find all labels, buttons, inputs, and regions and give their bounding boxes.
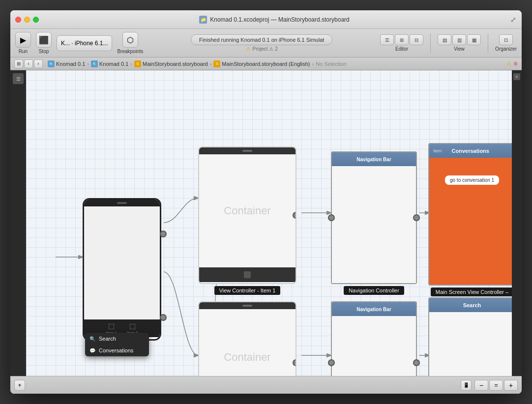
right-sidebar-toggle[interactable]: ≡ [513,73,520,80]
notification-pill: Finished running Knomad 0.1 on iPhone 6.… [191,34,332,45]
conversations-list-icon: 💬 [89,347,96,354]
breadcrumb-file: MainStoryboard.storyboard [143,61,208,67]
device-content [84,206,160,319]
run-button[interactable]: ▶ Run [15,32,31,54]
storyboard-icon: S [134,60,141,67]
assistant-editor-btn[interactable]: ⊞ [395,34,409,45]
zoom-control: − = + [474,380,518,391]
container2-connector [293,359,296,366]
project-warnings: Project ⚠ 2 [253,46,278,52]
bottom-toolbar: + 📱 − = + [10,376,522,394]
breakpoints-button[interactable]: ⬡ Breakpoints [117,32,143,54]
container1-connector [293,212,296,219]
storyboard-canvas[interactable]: ⬚ Item 1 ⬚ Item 2 Tab Bar Controller [26,70,512,376]
library-item-conversations[interactable]: 💬 Conversations [85,345,149,356]
group-icon: K [91,60,98,67]
maximize-button[interactable] [33,17,39,23]
toolbar-divider-2 [488,33,488,53]
scheme-label: K... · iPhone 6.1... [61,40,108,47]
nav-controller-2[interactable]: Navigation Bar Navigation Controller [331,301,417,376]
warning-triangle: ⚠ [506,60,511,67]
warning-icon: ⚠ [246,46,251,52]
organizer-btn[interactable]: ⊡ [499,34,513,45]
library-item-search[interactable]: 🔍 Search [85,333,149,345]
main-screen-label: Main Screen View Controller – [431,288,512,296]
view-controls: ▤ ▥ ▦ View [438,34,481,52]
item-label: Item [433,148,442,153]
breadcrumb-project: Knomad 0.1 [56,61,85,67]
conversations-title: Conversations [442,148,499,154]
traffic-lights [15,17,39,23]
breakpoints-icon: ⬡ [122,32,138,48]
right-sidebar: ≡ [512,70,522,376]
nav-grid-btn[interactable]: ⊞ [14,59,23,68]
scheme-selector[interactable]: K... · iPhone 6.1... [57,35,112,51]
breadcrumb: ⊞ ‹ › K Knomad 0.1 › K Knomad 0.1 › S Ma… [10,58,522,70]
nav1-left-connector [328,214,335,221]
container-label-2: Container [224,351,270,364]
breadcrumb-nav: ⊞ ‹ › [14,59,43,68]
add-object-btn[interactable]: + [14,380,25,391]
device-statusbar [84,200,160,206]
zoom-out-btn[interactable]: − [474,380,488,391]
fullscreen-button[interactable]: ⤢ [510,16,517,23]
breadcrumb-sep-2: › [130,61,132,67]
breadcrumb-item-group: K Knomad 0.1 [91,60,128,67]
library-item-search-label: Search [99,336,116,342]
main-window: 📁 Knomad 0.1.xcodeproj — MainStoryboard.… [10,10,522,394]
toolbar-divider-1 [430,33,431,53]
title-bar-center: 📁 Knomad 0.1.xcodeproj — MainStoryboard.… [43,16,506,24]
device-btn[interactable]: 📱 [461,380,472,391]
breadcrumb-group: Knomad 0.1 [99,61,128,67]
nav-controller-1[interactable]: Navigation Bar Navigation Controller [331,151,417,295]
titlebar: 📁 Knomad 0.1.xcodeproj — MainStoryboard.… [10,10,522,29]
notification-sub: ⚠ Project ⚠ 2 [246,46,278,52]
go-to-button[interactable]: go to conversation 1 [445,175,499,185]
storyboard-en-icon: S [213,60,220,67]
container-vc-item1[interactable]: Container View Controller - Item 1 [198,146,296,295]
left-panel-btn[interactable]: ▤ [438,34,451,45]
version-editor-btn[interactable]: ⊟ [410,34,423,45]
search-content [429,312,512,376]
tab-bar-controller[interactable]: ⬚ Item 1 ⬚ Item 2 Tab Bar Controller [83,198,161,351]
search-vc[interactable]: Search [428,297,512,376]
editor-label: Editor [395,46,408,52]
right-panel-btn[interactable]: ▦ [467,34,481,45]
breadcrumb-sep-3: › [210,61,212,67]
nav1-connector [413,214,420,221]
connector-dot-upper [160,231,167,237]
orange-content: go to conversation 1 [429,158,512,285]
zoom-in-btn[interactable]: + [504,380,518,391]
search-title: Search [463,302,481,308]
run-label: Run [19,49,28,54]
breadcrumb-item-file: S MainStoryboard.storyboard [134,60,208,67]
conversations-bar: Item Conversations [429,144,512,158]
zoom-fit-btn[interactable]: = [489,380,503,391]
bottom-right-controls: 📱 − = + [461,380,518,391]
bottom-panel-btn[interactable]: ▥ [452,34,466,45]
view-label: View [454,46,465,52]
standard-editor-btn[interactable]: ☰ [380,34,394,45]
search-bar: Search [429,298,512,312]
search-list-icon: 🔍 [89,335,96,342]
nav-back-btn[interactable]: ‹ [24,59,33,68]
main-screen-vc[interactable]: Item Conversations go to conversation 1 … [428,143,512,296]
stop-label: Stop [39,49,49,54]
breadcrumb-sep-1: › [87,61,89,67]
project-icon: K [48,60,55,67]
left-sidebar-toggle[interactable]: ☰ [13,73,24,84]
minimize-button[interactable] [24,17,30,23]
vc-item1-label: View Controller - Item 1 [214,286,281,295]
editor-btn-row: ☰ ⊞ ⊟ [380,34,423,45]
stop-button[interactable]: ⬛ Stop [36,32,52,54]
library-item-conversations-label: Conversations [99,347,133,353]
editor-controls: ☰ ⊞ ⊟ Editor [380,34,423,52]
nav-forward-btn[interactable]: › [34,59,43,68]
nav2-connector [413,359,420,366]
breakpoints-label: Breakpoints [117,49,143,54]
stop-icon: ⬛ [36,32,52,48]
breadcrumb-english: MainStoryboard.storyboard (English) [222,61,310,67]
nav-controller-1-label: Navigation Controller [344,286,404,295]
container-vc-item2[interactable]: Container [198,301,296,376]
close-button[interactable] [15,17,21,23]
